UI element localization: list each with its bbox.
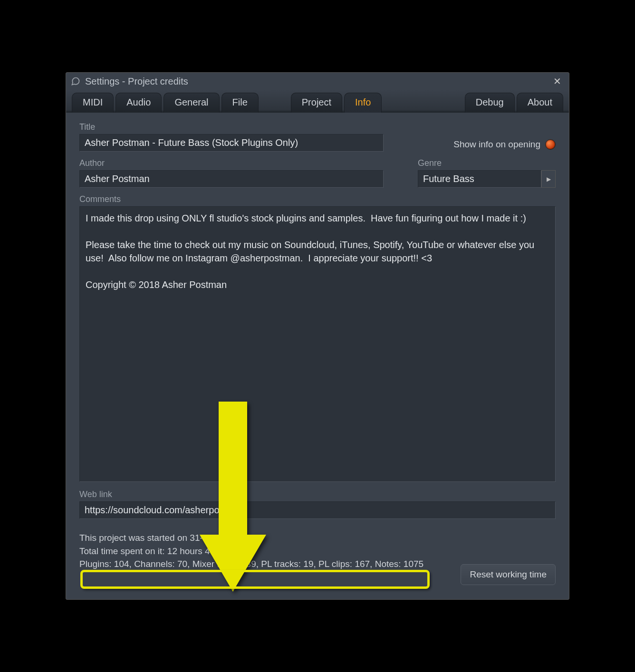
- titlebar: Settings - Project credits ✕: [66, 73, 569, 90]
- radio-on-icon: [545, 139, 556, 150]
- comments-textarea[interactable]: I made this drop using ONLY fl studio's …: [79, 206, 556, 482]
- title-label: Title: [79, 122, 384, 132]
- settings-window: Settings - Project credits ✕ MIDI Audio …: [66, 72, 569, 600]
- show-info-label: Show info on opening: [453, 139, 540, 150]
- comments-label: Comments: [79, 194, 556, 204]
- reset-working-time-button[interactable]: Reset working time: [461, 564, 556, 585]
- tab-midi[interactable]: MIDI: [72, 93, 114, 113]
- genre-input[interactable]: [418, 170, 541, 188]
- annotation-highlight-box: [80, 570, 430, 589]
- genre-dropdown-button[interactable]: ▶: [541, 170, 556, 188]
- author-input[interactable]: [79, 170, 384, 188]
- tab-debug[interactable]: Debug: [465, 93, 515, 113]
- content-panel: Title Show info on opening Author Genre …: [66, 113, 569, 599]
- tab-project[interactable]: Project: [291, 93, 342, 113]
- tab-info[interactable]: Info: [344, 93, 382, 113]
- tab-general[interactable]: General: [164, 93, 219, 113]
- comment-icon: [71, 77, 80, 86]
- genre-label: Genre: [418, 158, 556, 168]
- tab-file[interactable]: File: [221, 93, 259, 113]
- tab-about[interactable]: About: [517, 93, 563, 113]
- title-input[interactable]: [79, 134, 384, 152]
- window-title: Settings - Project credits: [85, 76, 550, 87]
- project-started-text: This project was started on 31-1-18 21:1…: [79, 531, 556, 545]
- tab-audio[interactable]: Audio: [115, 93, 162, 113]
- author-label: Author: [79, 158, 384, 168]
- weblink-input[interactable]: [79, 501, 556, 519]
- chevron-right-icon: ▶: [547, 176, 551, 182]
- weblink-label: Web link: [79, 490, 556, 499]
- close-icon[interactable]: ✕: [550, 75, 564, 88]
- show-info-toggle[interactable]: Show info on opening: [453, 139, 556, 152]
- tab-bar: MIDI Audio General File Project Info Deb…: [66, 90, 569, 113]
- time-spent-text: Total time spent on it: 12 hours 40 minu…: [79, 545, 556, 558]
